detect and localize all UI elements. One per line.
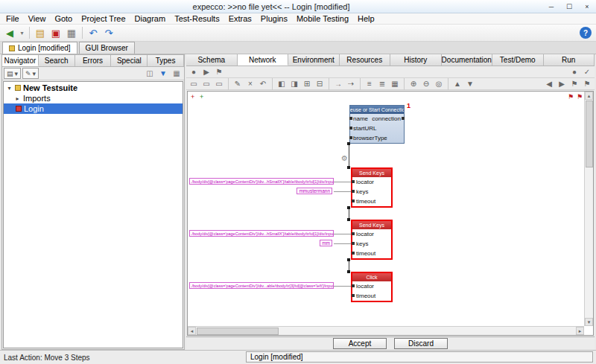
zoom-in-icon[interactable]: ⊕: [408, 79, 419, 89]
block-send-keys-1[interactable]: Send Keys locator keys timeout: [351, 167, 393, 208]
help-icon[interactable]: ?: [580, 27, 592, 39]
move-down-icon[interactable]: ▼: [464, 79, 476, 89]
scroll-left-icon[interactable]: ◂: [188, 327, 196, 335]
locator-label[interactable]: ./body/div[@class='pageContentDiv']/div.…: [189, 282, 334, 289]
pin-icon[interactable]: ⚑: [568, 93, 574, 100]
next-diagram-icon[interactable]: ▶: [556, 79, 568, 89]
menu-diagram[interactable]: Diagram: [130, 14, 171, 23]
scrollbar-thumb[interactable]: [197, 328, 279, 335]
tree-item-login[interactable]: Login: [4, 103, 183, 114]
minimize-button[interactable]: ─: [542, 0, 560, 13]
tab-resources[interactable]: Resources: [340, 54, 391, 66]
remove-step-icon[interactable]: ⊟: [314, 79, 326, 89]
pin-icon[interactable]: ⚑: [577, 93, 583, 100]
input-pin: [352, 199, 355, 202]
tab-environment[interactable]: Environment: [288, 54, 340, 66]
add-output-pin-icon[interactable]: ◨: [288, 79, 300, 89]
block-send-keys-2[interactable]: Send Keys locator keys timeout: [351, 220, 393, 260]
move-up-icon[interactable]: ▲: [451, 79, 463, 89]
tab-special[interactable]: Special: [111, 55, 148, 66]
pin-blue-icon[interactable]: ⚑: [581, 79, 593, 89]
menu-plugins[interactable]: Plugins: [256, 14, 292, 23]
menu-test-results[interactable]: Test-Results: [170, 14, 224, 23]
accept-button[interactable]: Accept: [333, 338, 387, 349]
record-icon[interactable]: ●: [188, 67, 200, 77]
add-step-icon[interactable]: ⊞: [301, 79, 313, 89]
play-icon[interactable]: ▶: [200, 67, 212, 77]
align-center-icon[interactable]: ≣: [376, 79, 388, 89]
tab-history[interactable]: History: [390, 54, 442, 66]
gear-icon[interactable]: ⚙: [341, 154, 348, 162]
menu-extras[interactable]: Extras: [224, 14, 256, 23]
menu-mobile-testing[interactable]: Mobile Testing: [292, 14, 353, 23]
canvas-grid-icon[interactable]: +: [200, 93, 203, 100]
add-input-pin-icon[interactable]: ◧: [276, 79, 288, 89]
back-dropdown-icon[interactable]: ▾: [18, 25, 26, 40]
locator-label[interactable]: ./body/div[@class='pageContentDiv']/div.…: [189, 178, 334, 185]
vertical-scrollbar[interactable]: ▴ ▾: [584, 92, 593, 326]
network-canvas[interactable]: + + ⚑ ⚑ Reuse or Start Connection name c…: [187, 91, 594, 336]
menu-help[interactable]: Help: [353, 14, 379, 23]
block-click[interactable]: Click locator timeout: [351, 272, 393, 302]
tab-search[interactable]: Search: [39, 55, 75, 66]
horizontal-scrollbar[interactable]: ◂ ▸: [188, 326, 584, 335]
tab-test-demo[interactable]: Test/Demo: [492, 54, 544, 66]
menu-file[interactable]: File: [1, 14, 24, 23]
save-tree-icon[interactable]: ▼: [157, 68, 169, 79]
tree-item-new-testsuite[interactable]: ▾ New Testsuite: [4, 83, 183, 93]
redo-icon[interactable]: ↷: [101, 25, 116, 40]
print-tree-icon[interactable]: ▦: [171, 68, 183, 79]
undo-icon[interactable]: ↶: [86, 25, 101, 40]
zoom-fit-icon[interactable]: ◎: [433, 79, 445, 89]
menu-project-tree[interactable]: Project Tree: [77, 14, 130, 23]
delete-icon[interactable]: ×: [244, 79, 256, 89]
scroll-down-icon[interactable]: ▾: [585, 318, 593, 326]
maximize-button[interactable]: ☐: [560, 0, 578, 13]
scroll-up-icon[interactable]: ▴: [585, 92, 593, 100]
tab-run[interactable]: Run: [544, 54, 595, 66]
pin-red-icon[interactable]: ⚑: [568, 79, 580, 89]
block-reuse-or-start-connection[interactable]: Reuse or Start Connection name connectio…: [349, 105, 405, 144]
undo-icon[interactable]: ↶: [257, 79, 269, 89]
disconnect-icon[interactable]: ⇢: [345, 79, 357, 89]
grid-icon[interactable]: ▦: [389, 79, 401, 89]
connect-icon[interactable]: →: [332, 79, 344, 89]
tab-types[interactable]: Types: [148, 55, 184, 66]
locator-label[interactable]: ./body/div[@class='pageContentDiv']/div.…: [189, 230, 334, 237]
accept-check-icon[interactable]: ✓: [581, 67, 593, 77]
detach-view-icon[interactable]: ◫: [144, 68, 156, 79]
align-left-icon[interactable]: ≡: [364, 79, 375, 89]
keys-value-label[interactable]: mmustermann: [297, 188, 332, 194]
tree-item-imports[interactable]: ▸ Imports: [4, 93, 183, 103]
tab-network[interactable]: Network: [238, 54, 289, 66]
tab-errors[interactable]: Errors: [75, 55, 112, 66]
component-icon[interactable]: ▣: [48, 25, 63, 40]
open-file-icon[interactable]: ▤: [33, 25, 48, 40]
new-action-icon[interactable]: ▭: [200, 79, 212, 89]
prev-diagram-icon[interactable]: ◀: [543, 79, 555, 89]
expander-icon[interactable]: ▾: [6, 85, 13, 92]
scroll-right-icon[interactable]: ▸: [576, 327, 584, 335]
new-testcase-icon[interactable]: ▭: [213, 79, 225, 89]
menu-view[interactable]: View: [24, 14, 51, 23]
edit-icon[interactable]: ✎: [232, 79, 244, 89]
tab-schema[interactable]: Schema: [186, 54, 238, 66]
print-icon[interactable]: ▦: [64, 25, 79, 40]
keys-value-label[interactable]: mm: [320, 240, 332, 246]
tree-view-combo[interactable]: ▤ ▾: [4, 68, 21, 79]
canvas-origin-icon[interactable]: +: [191, 93, 194, 100]
debug-flag-icon[interactable]: ⚑: [213, 67, 225, 77]
back-icon[interactable]: ◀: [2, 25, 17, 40]
menu-goto[interactable]: Goto: [50, 14, 77, 23]
scrollbar-thumb[interactable]: [586, 100, 593, 167]
doc-tab-gui-browser[interactable]: GUI Browser: [79, 42, 135, 54]
new-element-icon[interactable]: ▭: [188, 79, 200, 89]
zoom-out-icon[interactable]: ⊖: [420, 79, 432, 89]
filter-combo[interactable]: ✎ ▾: [22, 68, 39, 79]
tab-navigator[interactable]: Navigator: [2, 55, 39, 66]
expander-icon[interactable]: ▸: [14, 95, 21, 102]
doc-tab-login[interactable]: Login [modified]: [2, 42, 77, 54]
close-button[interactable]: ×: [578, 0, 596, 13]
discard-button[interactable]: Discard: [394, 338, 448, 349]
tab-documentation[interactable]: Documentation: [442, 54, 493, 66]
